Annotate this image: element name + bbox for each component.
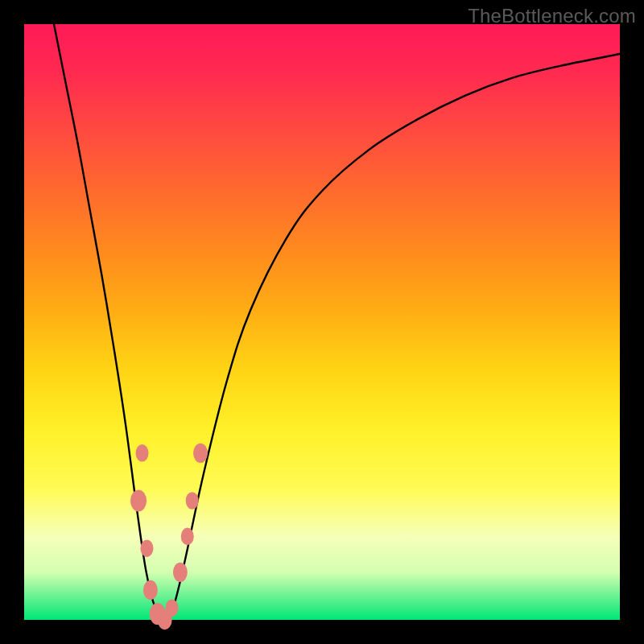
chart-frame: TheBottleneck.com — [0, 0, 644, 644]
chart-svg — [24, 24, 620, 620]
curve-marker — [181, 528, 194, 546]
marker-cluster — [130, 444, 208, 630]
bottleneck-curve — [54, 24, 620, 620]
plot-area — [24, 24, 620, 620]
curve-marker — [186, 492, 199, 510]
curve-marker — [143, 580, 158, 600]
curve-marker — [193, 444, 208, 463]
curve-marker — [140, 539, 153, 557]
curve-marker — [173, 563, 188, 582]
curve-marker — [136, 444, 149, 462]
curve-marker — [130, 490, 147, 512]
watermark-text: TheBottleneck.com — [468, 5, 636, 27]
curve-marker — [166, 599, 179, 617]
